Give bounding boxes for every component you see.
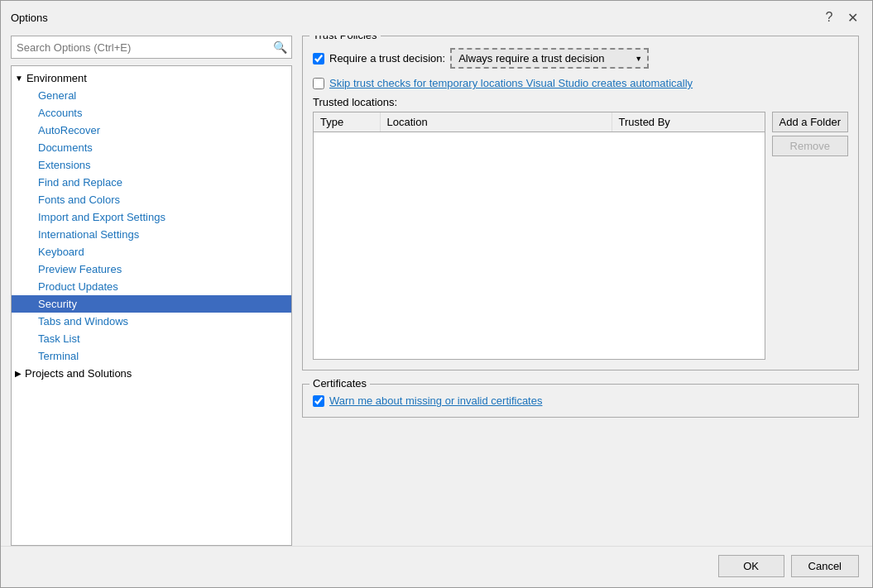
tree-item-find-replace[interactable]: Find and Replace [12, 174, 291, 191]
options-dialog: Options ? ✕ 🔍 ▼ Environment General Acco… [0, 0, 873, 588]
dialog-footer: OK Cancel [1, 546, 872, 587]
tree-item-autorecover[interactable]: AutoRecover [12, 122, 291, 139]
tree: ▼ Environment General Accounts AutoRecov… [11, 65, 292, 546]
trusted-locations-label: Trusted locations: [313, 96, 848, 108]
tree-item-terminal[interactable]: Terminal [12, 347, 291, 365]
tree-section-projects[interactable]: ▶ Projects and Solutions [12, 365, 291, 382]
projects-arrow: ▶ [15, 369, 22, 378]
environment-label: Environment [26, 72, 87, 84]
table-buttons: Add a Folder Remove [772, 112, 848, 360]
left-panel: 🔍 ▼ Environment General Accounts AutoRec… [11, 36, 292, 546]
tree-item-tabs-windows[interactable]: Tabs and Windows [12, 313, 291, 330]
tree-item-security[interactable]: Security [12, 295, 291, 313]
tree-section-environment[interactable]: ▼ Environment [12, 69, 291, 87]
skip-trust-link-text: Skip trust checks for temporary location… [329, 77, 693, 89]
skip-trust-row: Skip trust checks for temporary location… [313, 77, 848, 89]
add-folder-button[interactable]: Add a Folder [772, 112, 848, 132]
certificates-section: Certificates Warn me about missing or in… [302, 384, 859, 418]
dialog-title: Options [11, 12, 48, 24]
cancel-button[interactable]: Cancel [791, 555, 859, 577]
projects-label: Projects and Solutions [25, 367, 132, 380]
title-bar-controls: ? ✕ [819, 7, 862, 27]
right-panel: Trust Policies Require a trust decision:… [299, 36, 862, 546]
tree-item-keyboard[interactable]: Keyboard [12, 243, 291, 261]
trusted-table-container: Type Location Trusted By [313, 112, 765, 360]
tree-item-extensions[interactable]: Extensions [12, 156, 291, 174]
tree-item-product-updates[interactable]: Product Updates [12, 278, 291, 295]
require-trust-row: Require a trust decision: Always require… [313, 48, 848, 69]
warn-cert-link-text: Warn me about missing or invalid certifi… [329, 394, 542, 407]
require-trust-label: Require a trust decision: [329, 52, 445, 65]
trust-policies-section: Trust Policies Require a trust decision:… [302, 36, 859, 370]
tree-item-documents[interactable]: Documents [12, 139, 291, 156]
trusted-locations-wrapper: Type Location Trusted By [313, 112, 848, 360]
title-bar: Options ? ✕ [1, 1, 872, 31]
col-location: Location [380, 112, 612, 132]
help-button[interactable]: ? [819, 7, 839, 27]
search-box: 🔍 [11, 36, 292, 59]
environment-arrow: ▼ [15, 74, 23, 83]
trust-decision-dropdown[interactable]: Always require a trust decision [450, 48, 649, 69]
tree-item-preview[interactable]: Preview Features [12, 261, 291, 278]
close-button[interactable]: ✕ [842, 7, 862, 27]
trusted-locations-section: Trusted locations: Type Location Trusted… [313, 96, 848, 360]
col-trusted-by: Trusted By [612, 112, 765, 132]
dialog-body: 🔍 ▼ Environment General Accounts AutoRec… [1, 31, 872, 546]
trust-policies-title: Trust Policies [309, 36, 381, 41]
tree-item-task-list[interactable]: Task List [12, 330, 291, 347]
warn-cert-checkbox[interactable] [313, 395, 324, 407]
ok-button[interactable]: OK [718, 555, 784, 577]
require-trust-checkbox[interactable] [313, 53, 324, 65]
tree-item-accounts[interactable]: Accounts [12, 104, 291, 122]
warn-cert-label: Warn me about missing or invalid certifi… [329, 394, 542, 407]
certificates-title: Certificates [309, 377, 370, 390]
skip-trust-label: Skip trust checks for temporary location… [329, 77, 693, 89]
tree-item-general[interactable]: General [12, 87, 291, 104]
remove-button[interactable]: Remove [772, 136, 848, 156]
tree-item-fonts-colors[interactable]: Fonts and Colors [12, 191, 291, 208]
trusted-table: Type Location Trusted By [314, 112, 765, 132]
skip-trust-checkbox[interactable] [313, 78, 324, 89]
warn-cert-row: Warn me about missing or invalid certifi… [313, 394, 848, 407]
search-input[interactable] [11, 36, 292, 59]
col-type: Type [314, 112, 380, 132]
tree-item-import-export[interactable]: Import and Export Settings [12, 208, 291, 226]
tree-item-international[interactable]: International Settings [12, 226, 291, 243]
